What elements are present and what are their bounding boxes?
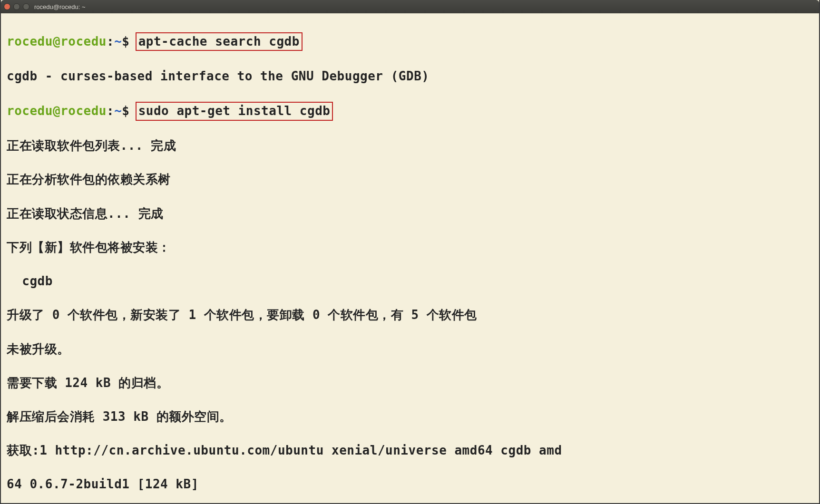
prompt-dollar: $ — [122, 34, 129, 48]
output-line: 解压缩后会消耗 313 kB 的额外空间。 — [7, 408, 816, 426]
output-line: 获取:1 http://cn.archive.ubuntu.com/ubuntu… — [7, 442, 816, 459]
prompt-sep: : — [107, 104, 114, 118]
prompt-dollar: $ — [122, 104, 129, 118]
maximize-icon[interactable] — [23, 3, 29, 10]
prompt-line-2: rocedu@rocedu:~$ sudo apt-get install cg… — [7, 102, 816, 121]
output-line: 未被升级。 — [7, 341, 816, 358]
output-line: cgdb - curses-based interface to the GNU… — [7, 68, 816, 85]
output-line: 正在分析软件包的依赖关系树 — [7, 171, 816, 188]
prompt-path: ~ — [114, 34, 122, 48]
titlebar: rocedu@rocedu: ~ — [1, 0, 819, 13]
output-line: 正在读取状态信息... 完成 — [7, 205, 816, 223]
output-line: 升级了 0 个软件包，新安装了 1 个软件包，要卸载 0 个软件包，有 5 个软… — [7, 307, 816, 324]
minimize-icon[interactable] — [13, 3, 20, 10]
command-2: sudo apt-get install cgdb — [136, 102, 333, 121]
prompt-path: ~ — [114, 104, 122, 118]
output-line: cgdb — [7, 273, 816, 290]
command-1: apt-cache search cgdb — [136, 32, 303, 51]
output-line: 64 0.6.7-2build1 [124 kB] — [7, 476, 816, 493]
close-icon[interactable] — [4, 3, 10, 10]
output-line: 正在读取软件包列表... 完成 — [7, 137, 816, 155]
output-line: 下列【新】软件包将被安装： — [7, 239, 816, 256]
prompt-sep: : — [107, 34, 114, 48]
prompt-line-1: rocedu@rocedu:~$ apt-cache search cgdb — [7, 32, 816, 51]
prompt-user: rocedu@rocedu — [7, 104, 107, 118]
prompt-user: rocedu@rocedu — [7, 34, 107, 48]
window-title: rocedu@rocedu: ~ — [34, 3, 86, 10]
output-line: 需要下载 124 kB 的归档。 — [7, 375, 816, 392]
terminal-window: rocedu@rocedu: ~ rocedu@rocedu:~$ apt-ca… — [0, 0, 820, 504]
terminal-body[interactable]: rocedu@rocedu:~$ apt-cache search cgdb c… — [1, 13, 819, 503]
